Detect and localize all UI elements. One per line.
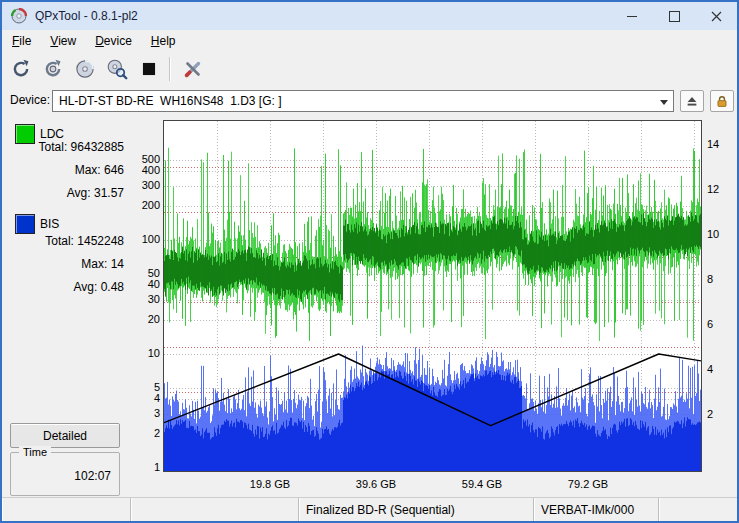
status-cell-empty-3: [658, 498, 737, 521]
right-axis-tick: 8: [707, 273, 737, 285]
title-bar: QPxTool - 0.8.1-pl2: [2, 2, 737, 30]
left-axis-tick: 4: [120, 392, 160, 404]
circular-arrows-icon: [10, 58, 32, 80]
left-axis-tick: 1: [120, 461, 160, 473]
ldc-max: Max: 646: [4, 163, 124, 177]
device-combobox[interactable]: HL-DT-ST BD-RE WH16NS48 1.D3 [G: ]: [52, 90, 674, 112]
left-axis-tick: 20: [120, 313, 160, 325]
status-cell-empty-1: [2, 498, 130, 521]
bis-avg: Avg: 0.48: [4, 280, 124, 294]
menu-bar: FileViewDeviceHelp: [2, 30, 737, 52]
lock-icon: [715, 94, 729, 109]
left-axis-tick: 100: [120, 233, 160, 245]
toolbar: [4, 52, 737, 86]
left-axis-tick: 3: [120, 407, 160, 419]
test-select-button[interactable]: [102, 55, 132, 83]
stop-button[interactable]: [134, 55, 164, 83]
menu-device[interactable]: Device: [86, 32, 141, 50]
right-axis-tick: 12: [707, 183, 737, 195]
device-combobox-value: HL-DT-ST BD-RE WH16NS48 1.D3 [G: ]: [59, 94, 282, 108]
chart-canvas: [164, 121, 701, 471]
window-controls: [611, 2, 737, 30]
maximize-icon: [669, 11, 680, 22]
window-title: QPxTool - 0.8.1-pl2: [35, 9, 138, 23]
detailed-button[interactable]: Detailed: [10, 423, 120, 448]
x-axis-tick: 19.8 GB: [240, 478, 300, 490]
ldc-label: LDC: [40, 127, 64, 141]
minimize-button[interactable]: [611, 2, 653, 30]
eject-icon: [685, 94, 699, 108]
status-bar: Finalized BD-R (Sequential) VERBAT-IMk/0…: [2, 497, 737, 521]
preferences-button[interactable]: [178, 55, 208, 83]
x-axis-tick: 79.2 GB: [558, 478, 618, 490]
right-axis-tick: 14: [707, 138, 737, 150]
left-axis-tick: 10: [120, 347, 160, 359]
chevron-down-icon: [660, 100, 668, 105]
left-axis-tick: 40: [120, 278, 160, 290]
left-axis-tick: 300: [120, 179, 160, 191]
close-icon: [711, 11, 722, 22]
x-axis-tick: 39.6 GB: [346, 478, 406, 490]
bis-color-swatch: [15, 214, 35, 234]
right-axis-tick: 6: [707, 318, 737, 330]
right-axis-tick: 10: [707, 228, 737, 240]
toolbar-separator: [169, 57, 171, 81]
ldc-total: Total: 96432885: [4, 140, 124, 154]
x-axis-tick: 59.4 GB: [452, 478, 512, 490]
menu-help[interactable]: Help: [142, 32, 185, 50]
status-cell-empty-2: [130, 498, 298, 521]
bis-max: Max: 14: [4, 257, 124, 271]
status-disc-type: Finalized BD-R (Sequential): [298, 498, 533, 521]
left-axis-tick: 400: [120, 164, 160, 176]
device-label: Device:: [10, 93, 50, 107]
media-info-button[interactable]: [70, 55, 100, 83]
left-axis-tick: 30: [120, 293, 160, 305]
bis-label: BIS: [40, 217, 59, 231]
stop-square-icon: [138, 58, 160, 80]
menu-file[interactable]: File: [3, 32, 40, 50]
quality-chart: [163, 120, 702, 472]
maximize-button[interactable]: [653, 2, 695, 30]
optical-disc-icon: [74, 58, 96, 80]
ldc-avg: Avg: 31.57: [4, 186, 124, 200]
app-window: QPxTool - 0.8.1-pl2 FileViewDeviceHelp: [0, 0, 739, 523]
disc-magnifier-icon: [106, 58, 128, 80]
circular-arrows-disc-icon: [42, 58, 64, 80]
left-axis-tick: 200: [120, 199, 160, 211]
scan-button[interactable]: [6, 55, 36, 83]
left-axis-tick: 2: [120, 427, 160, 439]
time-value: 102:07: [74, 469, 111, 483]
time-groupbox: Time 102:07: [10, 452, 120, 496]
menu-view[interactable]: View: [41, 32, 85, 50]
right-axis-tick: 4: [707, 363, 737, 375]
bis-total: Total: 1452248: [4, 234, 124, 248]
status-media-id: VERBAT-IMk/000: [533, 498, 658, 521]
minimize-icon: [627, 16, 637, 17]
lock-button[interactable]: [710, 90, 734, 112]
close-button[interactable]: [695, 2, 737, 30]
rescan-button[interactable]: [38, 55, 68, 83]
time-label: Time: [19, 446, 51, 458]
app-icon: [11, 8, 27, 24]
crossed-tools-icon: [182, 58, 204, 80]
right-axis-tick: 2: [707, 408, 737, 420]
eject-button[interactable]: [680, 90, 704, 112]
